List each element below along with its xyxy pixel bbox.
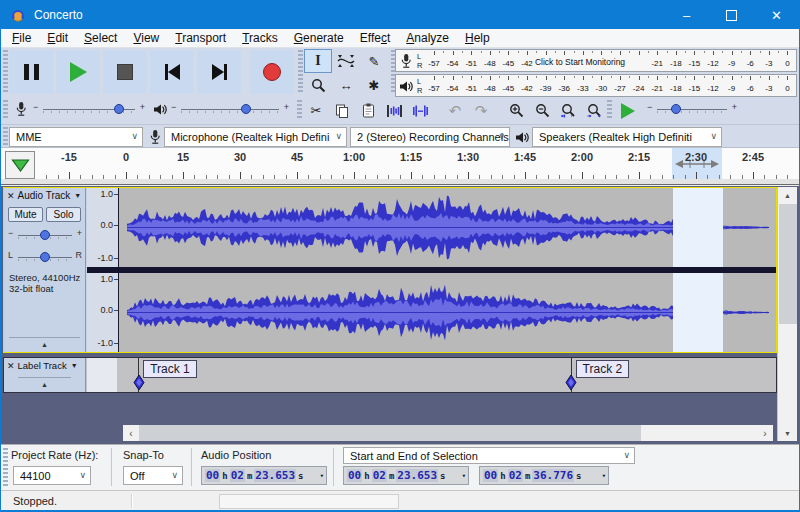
title-bar[interactable]: Concerto – ✕ [1, 1, 799, 29]
track-menu-dropdown-icon[interactable]: ▼ [74, 192, 81, 199]
label-text[interactable]: Track 1 [143, 360, 197, 378]
waveform-channel-left[interactable] [119, 188, 777, 267]
mixer-grip[interactable] [3, 100, 8, 120]
menu-edit[interactable]: Edit [39, 31, 76, 45]
zoom-to-selection-button[interactable] [555, 99, 581, 122]
toolbar-grip[interactable] [3, 50, 8, 94]
zoom-fit-button[interactable] [581, 99, 607, 122]
draw-tool-button[interactable]: ✎ [360, 49, 388, 73]
ruler-scrub-strip[interactable] [1, 179, 799, 185]
audio-host-combo[interactable]: MME ∨ [9, 127, 143, 147]
zoom-fit-icon [586, 103, 602, 118]
skip-to-start-button[interactable] [150, 50, 194, 94]
solo-button[interactable]: Solo [46, 207, 81, 222]
play-speed-thumb[interactable] [671, 104, 681, 114]
undo-button[interactable]: ↶ [442, 99, 468, 122]
playback-meter[interactable]: L R -57-54-51-48-45-42-39-36-33-30-27-24… [395, 74, 797, 97]
meter-tick [546, 51, 547, 55]
vertical-scroll-thumb[interactable] [779, 204, 797, 324]
record-volume-thumb[interactable] [114, 104, 124, 114]
menu-analyze[interactable]: Analyze [398, 31, 457, 45]
collapse-track-button[interactable]: ▲ [18, 377, 71, 391]
scroll-down-button[interactable]: ▼ [778, 425, 797, 441]
meter-scale-label: 0 [777, 59, 797, 68]
snap-to-combo[interactable]: Off ∨ [123, 466, 183, 485]
close-button[interactable]: ✕ [754, 1, 799, 29]
selection-toolbar-grip[interactable] [3, 448, 8, 486]
selection-end-field[interactable]: 00h02m36.776s ▾ [479, 466, 609, 485]
play-speed-slider[interactable]: − + [647, 102, 737, 116]
play-at-speed-button[interactable] [615, 99, 641, 122]
minimize-button[interactable]: – [664, 1, 709, 29]
zoom-out-button[interactable] [529, 99, 555, 122]
play-button[interactable] [56, 50, 100, 94]
copy-button[interactable] [329, 99, 355, 122]
envelope-tool-button[interactable] [332, 49, 360, 73]
silence-audio-button[interactable] [407, 99, 433, 122]
stop-icon [117, 64, 133, 80]
playback-volume-thumb[interactable] [241, 104, 251, 114]
mute-button[interactable]: Mute [8, 207, 43, 222]
skip-to-end-button[interactable] [197, 50, 241, 94]
menu-effect[interactable]: Effect [352, 31, 398, 45]
redo-button[interactable]: ↷ [468, 99, 494, 122]
multi-tool-button[interactable]: ✱ [360, 73, 388, 97]
stop-button[interactable] [103, 50, 147, 94]
device-grip[interactable] [3, 127, 8, 146]
pan-slider[interactable]: L R [8, 250, 82, 264]
menu-file[interactable]: File [4, 31, 39, 45]
pause-button[interactable] [9, 50, 53, 94]
recording-meter[interactable]: L R Click to Start Monitoring -57-54-51-… [395, 49, 797, 72]
input-channels-combo[interactable]: 2 (Stereo) Recording Channels ∨ [350, 127, 510, 147]
cut-button[interactable]: ✂ [303, 99, 329, 122]
close-track-button[interactable]: ✕ [7, 361, 15, 371]
gain-thumb[interactable] [40, 230, 50, 240]
scroll-left-button[interactable]: ‹ [123, 425, 139, 441]
meter-tick [592, 76, 593, 78]
play-speed-grip[interactable] [607, 100, 612, 120]
horizontal-scrollbar[interactable]: ‹ › [123, 425, 773, 441]
timeline-ruler[interactable]: -1501530451:001:151:301:452:002:152:302:… [1, 148, 799, 179]
track-menu-dropdown-icon[interactable]: ▼ [71, 362, 78, 369]
selection-start-field[interactable]: 00h02m23.653s ▾ [343, 466, 469, 485]
gain-slider[interactable]: − + [8, 228, 82, 242]
selection-tool-button[interactable]: I [304, 49, 332, 73]
pan-thumb[interactable] [40, 252, 50, 262]
scroll-right-button[interactable]: › [757, 425, 773, 441]
zoom-in-button[interactable] [503, 99, 529, 122]
maximize-button[interactable] [709, 1, 754, 29]
waveform-channel-right[interactable] [119, 273, 777, 352]
output-device-combo[interactable]: Speakers (Realtek High Definiti ∨ [532, 127, 722, 147]
input-device-combo[interactable]: Microphone (Realtek High Defini ∨ [164, 127, 347, 147]
menu-select[interactable]: Select [76, 31, 125, 45]
audio-position-field[interactable]: 00h02m23.653s ▾ [201, 466, 327, 485]
selection-mode-combo[interactable]: Start and End of Selection ∨ [343, 447, 635, 464]
audio-track-title[interactable]: Audio Track [18, 190, 71, 201]
record-volume-slider[interactable]: − + [33, 102, 145, 116]
edit-grip[interactable] [297, 100, 302, 120]
skip-to-start-icon [165, 64, 180, 80]
close-track-button[interactable]: ✕ [7, 191, 15, 201]
label-text[interactable]: Track 2 [576, 360, 630, 378]
scroll-up-button[interactable]: ▲ [778, 187, 797, 203]
collapse-track-button[interactable]: ▲ [9, 337, 80, 351]
speaker-icon [399, 80, 413, 93]
project-rate-combo[interactable]: 44100 ∨ [13, 466, 91, 485]
menu-help[interactable]: Help [457, 31, 498, 45]
playback-volume-slider[interactable]: − + [171, 102, 289, 116]
chevron-down-icon: ∨ [710, 131, 717, 141]
zoom-tool-button[interactable] [304, 73, 332, 97]
menu-transport[interactable]: Transport [167, 31, 234, 45]
tools-grip[interactable] [298, 50, 303, 94]
paste-button[interactable] [355, 99, 381, 122]
time-shift-tool-button[interactable]: ↔ [332, 73, 360, 97]
trim-audio-button[interactable] [381, 99, 407, 122]
menu-generate[interactable]: Generate [286, 31, 352, 45]
menu-view[interactable]: View [125, 31, 167, 45]
label-track-title[interactable]: Label Track [18, 360, 67, 371]
pin-playhead-button[interactable] [5, 151, 35, 179]
vertical-scrollbar[interactable]: ▲ ▼ [777, 187, 797, 441]
menu-tracks[interactable]: Tracks [234, 31, 286, 45]
record-button[interactable] [250, 50, 294, 94]
horizontal-scroll-thumb[interactable] [139, 425, 641, 441]
